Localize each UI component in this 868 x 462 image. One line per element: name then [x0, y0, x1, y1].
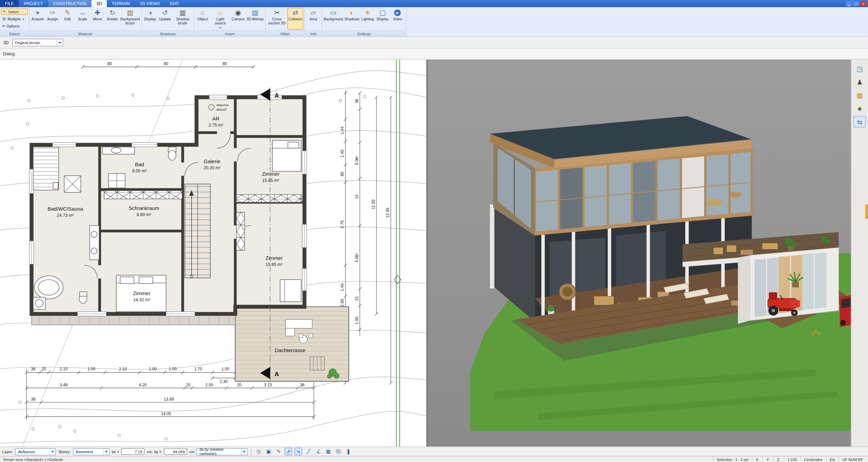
room-label-bad[interactable]: Bad — [135, 161, 144, 167]
close-icon[interactable]: ✕ — [860, 1, 866, 6]
ribbon-group-insert: ⌂Object ☼Light source▾ ◉Camera ▤3D-Bitma… — [194, 7, 266, 36]
rotate-button[interactable]: ↻Rotate — [105, 8, 119, 30]
shadow-update-button[interactable]: ↺Update — [158, 8, 172, 30]
boundary-lines[interactable] — [397, 60, 400, 446]
display-options-button[interactable]: ▣ — [265, 448, 272, 456]
dx-unit: cm — [147, 449, 152, 453]
room-label-ar[interactable]: AR — [212, 116, 219, 121]
draw-settings-button[interactable]: ✎ — [275, 448, 283, 456]
dim: 3.13 — [264, 383, 272, 387]
tab-2d-views[interactable]: 2D VIEWS — [135, 0, 165, 7]
move-button[interactable]: ✚Move — [90, 8, 104, 30]
history-button[interactable]: ◷ — [255, 448, 263, 456]
scale-button[interactable]: ↔Scale — [75, 8, 90, 30]
vegetation-button[interactable]: ♣ — [854, 103, 866, 114]
tab-file[interactable]: FILE — [0, 0, 19, 7]
right-wing[interactable] — [738, 248, 838, 324]
shadow-display-button[interactable]: ◑Display — [143, 8, 157, 30]
video-button[interactable]: ▶Video — [390, 8, 405, 30]
select-button[interactable]: ↖ Select — [1, 8, 27, 15]
room-area-bad: 8.00 m² — [132, 168, 147, 173]
tab-construction[interactable]: CONSTRUCTION — [48, 0, 92, 7]
room-label-zimmer2[interactable]: Zimmer — [265, 255, 283, 261]
dim: 12.00 — [385, 208, 390, 218]
edit-button[interactable]: ✎Edit — [60, 8, 75, 30]
room-area-ar: 2.75 m² — [209, 122, 223, 128]
scale-indicator[interactable]: 1:100 — [784, 457, 800, 462]
coordinate-mode-select[interactable]: dx,dy (relative cartesian) — [197, 448, 248, 455]
dim: 20 — [41, 367, 46, 371]
cross-section-3d-button[interactable]: ✂Cross section 3D — [267, 8, 287, 30]
light-source-button[interactable]: ☼Light source▾ — [210, 8, 230, 30]
storey-select[interactable]: Basement — [73, 448, 110, 455]
background-brush-button[interactable]: ▧Background brush — [120, 8, 140, 30]
view-3d-pane[interactable] — [428, 60, 851, 446]
dim: 21 — [354, 296, 359, 301]
dx-input[interactable]: 7.19 — [121, 448, 145, 455]
lighting-setting-button[interactable]: ☀Lighting — [361, 8, 375, 30]
room-label-badwc[interactable]: Bad/WC/Sauna — [47, 206, 83, 212]
arrow-down-right-icon: ⇘ — [296, 449, 301, 454]
dy-input[interactable]: 94.069 — [164, 448, 187, 455]
bitmap-3d-button[interactable]: ▤3D-Bitmap — [246, 8, 264, 30]
pan-view-button[interactable]: ⇆ — [854, 116, 866, 128]
object-button[interactable]: ⌂Object — [195, 8, 210, 30]
options-button[interactable]: ≡ Options — [1, 23, 27, 30]
stairs[interactable] — [185, 184, 210, 278]
display-setting-button[interactable]: ▢Display — [375, 8, 390, 30]
snap-down-button[interactable]: ⇘ — [295, 448, 303, 456]
room-label-schrankraum[interactable]: Schrankraum — [129, 205, 159, 211]
snap-up-button[interactable]: ⇗ — [285, 448, 292, 456]
minimize-icon[interactable]: ▁ — [846, 1, 852, 6]
acquire-button[interactable]: ⌖Acquire — [31, 8, 45, 30]
room-area-galerie: 20.20 m² — [204, 165, 220, 170]
north-button[interactable]: Ⓝ — [334, 448, 342, 456]
window-controls: ▁ □ ✕ — [846, 0, 868, 7]
angle-icon: ∠ — [316, 449, 321, 454]
camera-button[interactable]: ◉Camera — [231, 8, 245, 30]
maximize-icon[interactable]: □ — [853, 1, 859, 6]
background-setting-button[interactable]: ▭Background — [323, 8, 343, 30]
button-label: Object — [197, 17, 208, 21]
red-car[interactable] — [840, 295, 851, 327]
toolbar-handle[interactable]: ❚ — [344, 448, 352, 456]
shadows-setting-button[interactable]: ◐Shadows — [344, 8, 360, 30]
view-mode-label[interactable]: 3D — [3, 40, 9, 45]
room-label-dachterrasse[interactable]: Dachterrasse — [275, 347, 305, 353]
plan-canvas[interactable]: 80 80 80 36 1.44 1.40 80 5.06⁵ 15 11.00 … — [0, 60, 426, 446]
unit-indicator[interactable]: Centimetre — [800, 457, 826, 462]
materials-button[interactable]: ▦ — [854, 90, 866, 101]
terrain-select[interactable]: Original terrain — [12, 39, 63, 46]
materials-icon: ▦ — [856, 92, 863, 99]
view-3d-canvas[interactable] — [428, 60, 851, 446]
shadows-setting-icon: ◐ — [350, 9, 354, 17]
collision-button[interactable]: ⇄Collision — [287, 8, 303, 30]
roof-terrace[interactable] — [235, 307, 349, 381]
tab-terrain[interactable]: TERRAIN — [107, 0, 135, 7]
dim: 1.44 — [340, 127, 345, 135]
room-label-zimmer1[interactable]: Zimmer — [262, 171, 279, 177]
room-label-zimmer3[interactable]: Zimmer — [133, 290, 150, 296]
tab-project[interactable]: PROJECT — [19, 0, 48, 7]
dim: 1.40 — [340, 283, 345, 291]
tab-edit[interactable]: EDIT — [165, 0, 184, 7]
plan-pane[interactable]: 80 80 80 36 1.44 1.40 80 5.06⁵ 15 11.00 … — [0, 60, 426, 446]
area-button[interactable]: ▱Area — [306, 8, 321, 30]
angle-button[interactable]: ∠ — [314, 448, 322, 456]
walkthrough-button[interactable]: ♟ — [854, 76, 866, 88]
dim: 20 — [237, 383, 242, 387]
room-label-galerie[interactable]: Galerie — [204, 158, 220, 164]
layer-select[interactable]: Abfluesse — [15, 448, 56, 455]
view-cube-button[interactable]: ◳ — [854, 63, 866, 75]
slope-button[interactable]: ╱ — [305, 448, 312, 456]
scroll-thumb[interactable] — [865, 205, 868, 219]
multiple-button[interactable]: ⊞ Multiple ▾ — [1, 16, 27, 22]
object-icon: ⌂ — [200, 9, 205, 17]
assign-button[interactable]: ✑Assign — [45, 8, 60, 30]
shadow-brush-button[interactable]: ▥Shadow brush — [173, 8, 193, 30]
tab-3d[interactable]: 3D — [92, 0, 107, 7]
main-area: 80 80 80 36 1.44 1.40 80 5.06⁵ 15 11.00 … — [0, 60, 868, 446]
ribbon-group-shadows: ◑Display ↺Update ▥Shadow brush Shadows — [142, 7, 194, 36]
grid-button[interactable]: ▦ — [325, 448, 332, 456]
status-bar: Terrain area <Standard> L=Gelände Select… — [0, 456, 868, 462]
